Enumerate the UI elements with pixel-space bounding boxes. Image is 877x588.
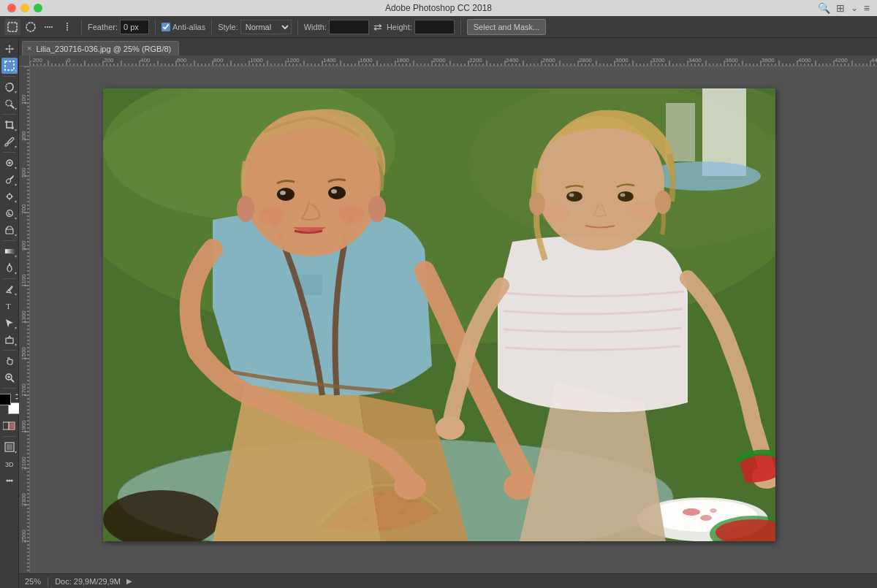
zoom-tool[interactable] <box>1 370 18 386</box>
svg-point-43 <box>683 508 700 516</box>
three-d-button[interactable]: 3D <box>1 456 18 472</box>
vertical-ruler-canvas <box>19 66 30 573</box>
anti-alias-label: Anti-alias <box>172 23 205 31</box>
svg-point-57 <box>328 186 346 199</box>
gradient-tool[interactable]: ▾ <box>1 243 18 259</box>
lasso-tool[interactable]: ▾ <box>1 79 18 95</box>
tab-close-icon[interactable]: × <box>27 45 31 53</box>
ruler-content <box>19 56 877 573</box>
status-bar: 25% | Doc: 29,9M/29,9M ▶ <box>19 573 877 588</box>
svg-point-56 <box>280 191 286 195</box>
spot-heal-tool[interactable]: ▾ <box>1 155 18 171</box>
svg-point-68 <box>569 194 574 197</box>
svg-line-18 <box>11 379 14 382</box>
options-toolbar: Feather: Anti-alias Style: Normal Fixed … <box>0 16 877 38</box>
svg-point-61 <box>258 207 284 225</box>
vertical-ruler <box>19 66 30 573</box>
separator-3 <box>211 20 212 34</box>
svg-point-73 <box>629 202 658 221</box>
close-button[interactable] <box>7 4 16 12</box>
svg-point-66 <box>566 191 582 202</box>
tool-sep-8 <box>3 436 16 437</box>
select-and-mask-button[interactable]: Select and Mask... <box>467 19 547 35</box>
swap-dimensions-button[interactable]: ⇄ <box>372 21 384 33</box>
toolbar-tool-options <box>4 19 75 35</box>
status-arrow[interactable]: ▶ <box>126 577 132 585</box>
svg-point-60 <box>368 196 386 222</box>
crop-tool[interactable]: ▾ <box>1 117 18 133</box>
tab-name: Lilia_230716-036.jpg @ 25% (RGB/8) <box>36 45 171 53</box>
menu-icon[interactable]: ≡ <box>864 2 870 14</box>
ruler-horizontal-container <box>30 56 877 573</box>
svg-point-59 <box>237 196 254 222</box>
shape-tool[interactable]: ▾ <box>1 332 18 348</box>
anti-alias-group: Anti-alias <box>162 23 205 31</box>
feather-input[interactable] <box>120 20 149 34</box>
hand-tool[interactable] <box>1 353 18 369</box>
feather-group: Feather: <box>88 20 149 34</box>
eyedropper-tool[interactable]: ▾ <box>1 134 18 150</box>
color-swatches[interactable] <box>0 394 20 414</box>
layout-icon[interactable]: ⊞ <box>836 2 845 14</box>
pen-tool[interactable]: ▾ <box>1 281 18 297</box>
rectangular-marquee-tool[interactable]: ▾ <box>1 58 18 74</box>
more-tools-button[interactable] <box>1 473 18 489</box>
height-group: Height: <box>387 20 455 34</box>
ruler-vertical-container <box>19 56 30 573</box>
minimize-button[interactable] <box>20 4 29 12</box>
brush-tool[interactable]: ▾ <box>1 172 18 188</box>
left-toolbar: ▾ ▾ ▾ ▾ <box>0 38 19 588</box>
svg-text:3D: 3D <box>5 461 14 468</box>
move-tool[interactable] <box>1 41 18 57</box>
marquee-rect-btn[interactable] <box>4 19 20 35</box>
canvas-viewport[interactable] <box>30 66 877 573</box>
main-content: ▾ ▾ ▾ ▾ <box>0 38 877 588</box>
svg-point-67 <box>618 191 634 202</box>
svg-point-23 <box>10 424 14 428</box>
svg-text:T: T <box>6 302 11 310</box>
document-tab[interactable]: × Lilia_230716-036.jpg @ 25% (RGB/8) <box>22 41 179 56</box>
height-input[interactable] <box>414 20 455 34</box>
svg-point-27 <box>6 480 8 482</box>
eraser-tool[interactable]: ▾ <box>1 222 18 238</box>
horizontal-ruler <box>30 56 877 66</box>
clone-stamp-tool[interactable]: ▾ <box>1 188 18 205</box>
marquee-single-col-btn[interactable] <box>59 19 75 35</box>
window-controls <box>7 4 42 12</box>
search-icon[interactable]: 🔍 <box>818 2 830 14</box>
svg-rect-21 <box>3 422 9 429</box>
maximize-button[interactable] <box>34 4 42 12</box>
anti-alias-checkbox[interactable] <box>162 23 170 31</box>
ruler-corner <box>19 56 30 66</box>
style-group: Style: Normal Fixed Ratio Fixed Size <box>218 20 292 34</box>
svg-point-1 <box>26 23 35 31</box>
svg-point-72 <box>540 203 569 222</box>
quick-select-tool[interactable]: ▾ <box>1 96 18 112</box>
svg-rect-16 <box>6 338 13 343</box>
marquee-ellipse-btn[interactable] <box>23 19 39 35</box>
chevron-icon[interactable]: ⌄ <box>851 3 858 13</box>
canvas-area: × Lilia_230716-036.jpg @ 25% (RGB/8) <box>19 38 877 588</box>
history-brush-tool[interactable]: ▾ <box>1 205 18 221</box>
feather-label: Feather: <box>88 23 118 31</box>
document-canvas[interactable] <box>103 88 775 541</box>
tab-bar: × Lilia_230716-036.jpg @ 25% (RGB/8) <box>19 38 877 56</box>
zoom-level: 25% <box>25 577 41 586</box>
screen-mode-button[interactable]: ▾ <box>1 439 18 455</box>
type-tool[interactable]: T <box>1 298 18 314</box>
dodge-tool[interactable]: ▾ <box>1 260 18 276</box>
svg-point-29 <box>10 480 12 482</box>
svg-point-14 <box>7 289 9 291</box>
photo-scene <box>103 88 775 541</box>
svg-point-64 <box>436 416 465 440</box>
foreground-color-swatch[interactable] <box>0 394 11 405</box>
svg-rect-4 <box>5 61 14 70</box>
style-select[interactable]: Normal Fixed Ratio Fixed Size <box>240 20 292 34</box>
separator-1 <box>81 20 82 34</box>
tool-sep-6 <box>3 350 16 351</box>
path-select-tool[interactable]: ▾ <box>1 315 18 331</box>
quick-mask-button[interactable] <box>1 418 18 434</box>
tool-sep-2 <box>3 114 16 115</box>
width-input[interactable] <box>329 20 369 34</box>
marquee-single-row-btn[interactable] <box>41 19 57 35</box>
